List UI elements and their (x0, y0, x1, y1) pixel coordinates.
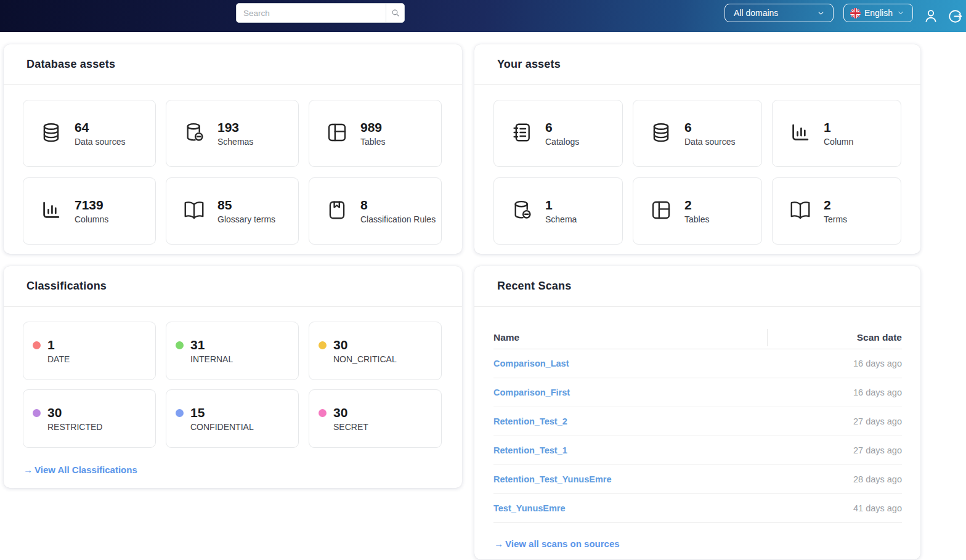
uk-flag-icon (850, 8, 861, 18)
table-icon (649, 198, 673, 224)
user-icon[interactable] (922, 6, 940, 26)
scan-date: 16 days ago (853, 388, 902, 397)
database-icon (39, 121, 63, 147)
stat-label: Glossary terms (217, 214, 275, 224)
columns-chart-icon (789, 121, 812, 147)
bookmark-book-icon (325, 198, 349, 224)
stat-tile-schemas: 193 Schemas (166, 100, 299, 167)
database-assets-card: Database assets 64 Data sources 193 Sche… (4, 44, 462, 254)
domain-dropdown-value: All domains (734, 8, 778, 18)
scan-name-link[interactable]: Retention_Test_1 (493, 445, 853, 455)
classification-tile-secret: 30 SECRET (309, 389, 442, 448)
view-all-classifications-link[interactable]: → View All Classifications (23, 465, 462, 475)
stat-label: Data sources (684, 137, 735, 147)
scan-table-row: Retention_Test_1 27 days ago (493, 436, 902, 465)
scan-column-date: Scan date (767, 329, 902, 346)
your-assets-card: Your assets 6 Catalogs 6 Data sources 1 … (474, 44, 920, 254)
stat-label: Columns (75, 214, 108, 224)
domain-dropdown[interactable]: All domains (724, 4, 834, 22)
scan-table-row: Test_YunusEmre 41 days ago (493, 494, 902, 523)
stat-tile-columns: 7139 Columns (23, 177, 156, 245)
scan-table-row: Comparison_First 16 days ago (493, 378, 902, 407)
stat-value: 193 (217, 120, 253, 135)
stat-tile-tables: 2 Tables (633, 177, 762, 245)
stat-tile-classification-rules: 8 Classification Rules (309, 177, 442, 245)
scan-date: 41 days ago (853, 503, 902, 513)
stat-label: Schema (545, 214, 577, 224)
language-selector[interactable]: English (843, 4, 913, 22)
database-icon (649, 121, 673, 147)
search-group[interactable] (236, 3, 405, 23)
stat-label: RESTRICTED (47, 422, 102, 432)
scan-table-row: Comparison_Last 16 days ago (493, 349, 902, 378)
stat-value: 1 (824, 120, 853, 135)
scan-name-link[interactable]: Test_YunusEmre (493, 503, 853, 513)
schema-icon (510, 198, 534, 224)
table-icon (325, 121, 349, 147)
stat-tile-data-sources: 6 Data sources (633, 100, 762, 167)
stat-value: 1 (47, 338, 70, 352)
status-dot (319, 341, 327, 349)
open-book-icon (789, 198, 812, 224)
stat-value: 30 (47, 405, 102, 420)
stat-value: 1 (545, 198, 577, 213)
classification-tile-restricted: 30 RESTRICTED (23, 389, 156, 448)
stat-value: 8 (360, 198, 436, 213)
stat-label: Catalogs (545, 137, 579, 147)
scan-name-link[interactable]: Comparison_First (493, 388, 853, 397)
stat-label: Schemas (217, 137, 253, 147)
stat-value: 6 (545, 120, 579, 135)
view-all-scans-label: View all scans on sources (505, 538, 620, 549)
status-dot (176, 341, 184, 349)
recent-scans-title: Recent Scans (474, 266, 920, 307)
stat-label: Terms (824, 214, 847, 224)
stat-label: SECRET (333, 422, 368, 432)
arrow-right-icon: → (23, 465, 33, 475)
stat-label: NON_CRITICAL (333, 354, 397, 364)
arrow-right-icon: → (494, 538, 503, 549)
scan-name-link[interactable]: Retention_Test_2 (493, 416, 853, 426)
stat-value: 85 (217, 198, 275, 213)
scan-date: 16 days ago (853, 359, 902, 368)
language-label: English (864, 8, 893, 18)
classification-tile-internal: 31 INTERNAL (166, 322, 299, 380)
stat-value: 30 (333, 338, 397, 352)
scan-date: 28 days ago (853, 474, 902, 484)
stat-tile-schema: 1 Schema (493, 177, 623, 245)
stat-value: 2 (684, 198, 709, 213)
classification-tile-date: 1 DATE (23, 322, 156, 380)
stat-value: 7139 (75, 198, 108, 213)
stat-label: Tables (360, 137, 385, 147)
scan-date: 27 days ago (853, 416, 902, 426)
classifications-title: Classifications (4, 266, 462, 307)
chevron-down-icon (896, 9, 905, 17)
scan-date: 27 days ago (853, 445, 902, 455)
stat-value: 30 (333, 405, 368, 420)
database-assets-title: Database assets (4, 44, 462, 85)
logout-icon[interactable] (946, 7, 964, 25)
scan-table-header: Name Scan date (493, 326, 902, 349)
top-navbar: All domains English (0, 0, 966, 32)
stat-tile-terms: 2 Terms (772, 177, 901, 245)
scan-table-row: Retention_Test_YunusEmre 28 days ago (493, 465, 902, 494)
status-dot (176, 409, 184, 417)
scan-name-link[interactable]: Retention_Test_YunusEmre (493, 474, 853, 484)
stat-value: 989 (360, 120, 385, 135)
schema-icon (182, 121, 206, 147)
search-icon (391, 8, 400, 18)
stat-label: Data sources (75, 137, 125, 147)
search-input[interactable] (237, 4, 386, 22)
stat-label: DATE (47, 354, 70, 364)
stat-label: CONFIDENTIAL (190, 422, 254, 432)
columns-chart-icon (39, 198, 63, 224)
stat-value: 31 (190, 338, 233, 352)
view-all-scans-link[interactable]: → View all scans on sources (494, 538, 902, 549)
classification-tile-confidential: 15 CONFIDENTIAL (166, 389, 299, 448)
classifications-card: Classifications 1 DATE 31 INTERNAL 30 NO… (4, 266, 462, 488)
search-button[interactable] (386, 4, 404, 22)
recent-scans-card: Recent Scans Name Scan date Comparison_L… (474, 266, 920, 559)
chevron-down-icon (816, 9, 826, 18)
stat-tile-glossary-terms: 85 Glossary terms (166, 177, 299, 245)
scan-name-link[interactable]: Comparison_Last (493, 359, 853, 368)
view-all-classifications-label: View All Classifications (34, 465, 137, 475)
